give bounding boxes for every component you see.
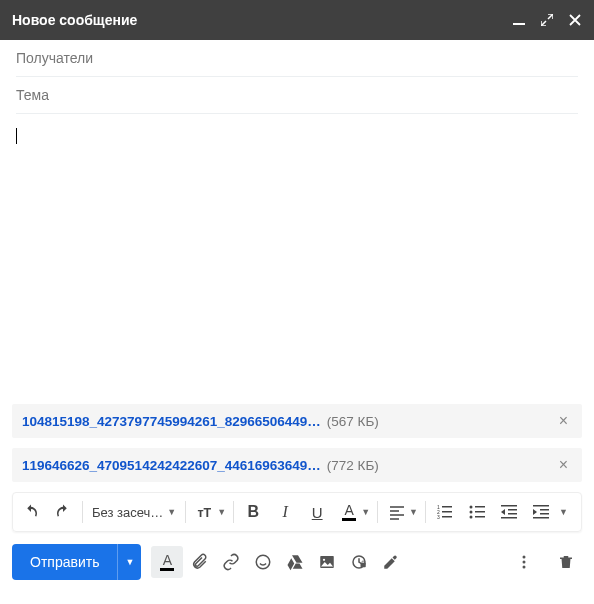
minimize-icon[interactable] [512, 13, 526, 27]
insert-image-icon[interactable] [311, 546, 343, 578]
svg-point-24 [323, 559, 325, 561]
font-family-select[interactable]: Без засеч… ▼ [86, 497, 182, 527]
compose-header: Новое сообщение [0, 0, 594, 40]
svg-point-28 [523, 561, 526, 564]
svg-rect-11 [475, 506, 485, 508]
font-family-label: Без засеч… [92, 505, 163, 520]
compose-title: Новое сообщение [12, 12, 512, 28]
text-format-icon[interactable]: A [151, 546, 183, 578]
attachment-chip[interactable]: 104815198_4273797745994261_82966506449… … [12, 404, 582, 438]
svg-rect-12 [475, 511, 485, 513]
svg-rect-5 [442, 506, 452, 508]
indent-more-icon[interactable] [525, 496, 557, 528]
attachment-name: 119646626_4709514242422607_44616963649… [22, 458, 321, 473]
message-body[interactable] [0, 114, 594, 404]
svg-point-10 [470, 516, 473, 519]
chevron-down-icon[interactable]: ▼ [409, 507, 418, 517]
close-icon[interactable] [568, 13, 582, 27]
undo-icon[interactable] [15, 496, 47, 528]
redo-icon[interactable] [47, 496, 79, 528]
svg-rect-15 [508, 509, 517, 511]
svg-rect-7 [442, 516, 452, 518]
attachment-remove-icon[interactable]: × [555, 412, 572, 430]
svg-point-22 [257, 555, 271, 569]
svg-point-8 [470, 506, 473, 509]
svg-text:тТ: тТ [198, 506, 212, 520]
attachment-remove-icon[interactable]: × [555, 456, 572, 474]
more-options-icon[interactable] [508, 546, 540, 578]
discard-icon[interactable] [550, 546, 582, 578]
bullet-list-icon[interactable] [461, 496, 493, 528]
subject-placeholder: Тема [16, 87, 49, 103]
chevron-down-icon[interactable]: ▼ [361, 507, 370, 517]
svg-rect-21 [533, 517, 549, 519]
toolbar-divider [377, 501, 378, 523]
send-options-button[interactable]: ▼ [117, 544, 141, 580]
drive-icon[interactable] [279, 546, 311, 578]
svg-point-27 [523, 556, 526, 559]
insert-link-icon[interactable] [215, 546, 247, 578]
svg-rect-26 [361, 563, 366, 568]
svg-rect-0 [513, 23, 525, 25]
svg-rect-18 [533, 505, 549, 507]
svg-point-9 [470, 511, 473, 514]
svg-rect-14 [501, 505, 517, 507]
bottom-toolbar: Отправить ▼ A [0, 532, 594, 580]
formatting-toolbar: Без засеч… ▼ тТ ▼ B I U A ▼ ▼ 123 ▼ [12, 492, 582, 532]
toolbar-divider [425, 501, 426, 523]
recipients-field[interactable]: Получатели [16, 40, 578, 77]
send-button-group: Отправить ▼ [12, 544, 141, 580]
compose-tools: A [151, 546, 407, 578]
send-button[interactable]: Отправить [12, 544, 117, 580]
svg-rect-13 [475, 516, 485, 518]
toolbar-divider [233, 501, 234, 523]
chevron-down-icon[interactable]: ▼ [217, 507, 226, 517]
underline-icon[interactable]: U [301, 496, 333, 528]
attachment-name: 104815198_4273797745994261_82966506449… [22, 414, 321, 429]
attachment-chip[interactable]: 119646626_4709514242422607_44616963649… … [12, 448, 582, 482]
text-cursor [16, 128, 17, 144]
recipients-placeholder: Получатели [16, 50, 93, 66]
svg-rect-6 [442, 511, 452, 513]
chevron-down-icon: ▼ [167, 507, 176, 517]
header-fields: Получатели Тема [0, 40, 594, 114]
svg-rect-20 [540, 513, 549, 515]
bold-icon[interactable]: B [237, 496, 269, 528]
indent-less-icon[interactable] [493, 496, 525, 528]
chevron-down-icon[interactable]: ▼ [559, 507, 568, 517]
svg-point-29 [523, 566, 526, 569]
attachment-size: (772 КБ) [327, 458, 379, 473]
svg-rect-19 [540, 509, 549, 511]
attachments-list: 104815198_4273797745994261_82966506449… … [0, 404, 594, 482]
emoji-icon[interactable] [247, 546, 279, 578]
attach-file-icon[interactable] [183, 546, 215, 578]
italic-icon[interactable]: I [269, 496, 301, 528]
subject-field[interactable]: Тема [16, 77, 578, 114]
attachment-size: (567 КБ) [327, 414, 379, 429]
fullscreen-icon[interactable] [540, 13, 554, 27]
header-actions [512, 13, 582, 27]
toolbar-divider [82, 501, 83, 523]
svg-rect-16 [508, 513, 517, 515]
numbered-list-icon[interactable]: 123 [429, 496, 461, 528]
toolbar-divider [185, 501, 186, 523]
svg-text:3: 3 [437, 514, 440, 520]
confidential-mode-icon[interactable] [343, 546, 375, 578]
svg-rect-17 [501, 517, 517, 519]
pen-icon[interactable] [375, 546, 407, 578]
